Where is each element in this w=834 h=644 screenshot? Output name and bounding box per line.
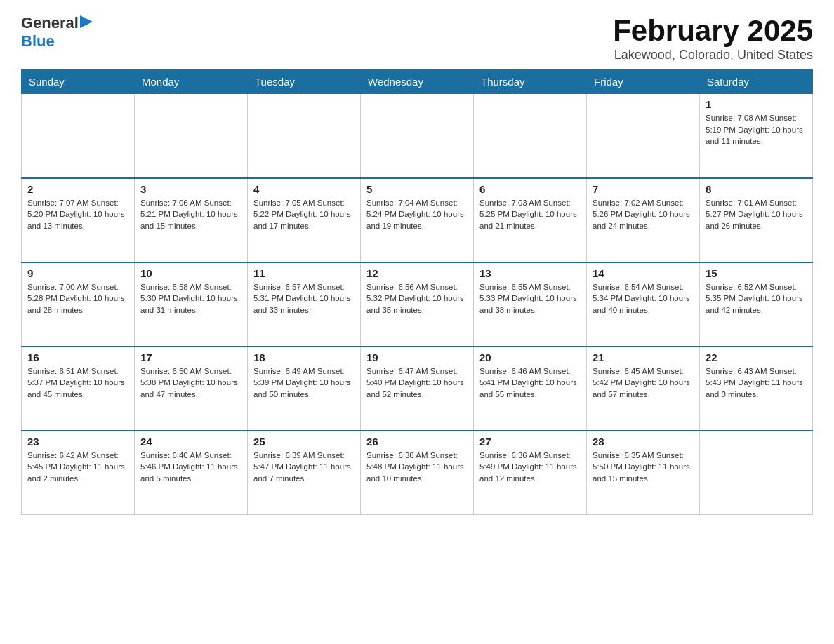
calendar-cell [22, 94, 135, 178]
logo-arrow-icon [80, 15, 93, 28]
calendar-cell [361, 94, 474, 178]
page-subtitle: Lakewood, Colorado, United States [613, 48, 813, 62]
calendar-week-row: 1Sunrise: 7:08 AM Sunset: 5:19 PM Daylig… [22, 94, 813, 178]
calendar-cell: 24Sunrise: 6:40 AM Sunset: 5:46 PM Dayli… [135, 431, 248, 515]
day-info: Sunrise: 6:40 AM Sunset: 5:46 PM Dayligh… [140, 450, 241, 485]
day-info: Sunrise: 7:06 AM Sunset: 5:21 PM Dayligh… [140, 197, 241, 232]
calendar-cell [587, 94, 700, 178]
calendar-cell [700, 431, 813, 515]
logo-general: General [21, 14, 79, 32]
calendar-cell: 22Sunrise: 6:43 AM Sunset: 5:43 PM Dayli… [700, 347, 813, 431]
calendar-header-friday: Friday [587, 70, 700, 94]
logo: General Blue [21, 14, 93, 51]
calendar-cell: 9Sunrise: 7:00 AM Sunset: 5:28 PM Daylig… [22, 262, 135, 347]
svg-marker-0 [80, 15, 93, 28]
calendar-cell: 12Sunrise: 6:56 AM Sunset: 5:32 PM Dayli… [361, 262, 474, 347]
day-number: 18 [253, 351, 355, 363]
day-number: 11 [253, 267, 355, 279]
calendar-header-row: SundayMondayTuesdayWednesdayThursdayFrid… [22, 70, 813, 94]
calendar-cell: 11Sunrise: 6:57 AM Sunset: 5:31 PM Dayli… [248, 262, 361, 347]
calendar-cell: 3Sunrise: 7:06 AM Sunset: 5:21 PM Daylig… [135, 178, 248, 262]
day-info: Sunrise: 7:04 AM Sunset: 5:24 PM Dayligh… [366, 197, 468, 232]
calendar-cell: 27Sunrise: 6:36 AM Sunset: 5:49 PM Dayli… [474, 431, 587, 515]
day-number: 16 [27, 351, 128, 363]
day-info: Sunrise: 6:54 AM Sunset: 5:34 PM Dayligh… [593, 281, 694, 316]
day-info: Sunrise: 6:47 AM Sunset: 5:40 PM Dayligh… [366, 365, 468, 401]
calendar-header-wednesday: Wednesday [361, 70, 474, 94]
calendar-cell: 18Sunrise: 6:49 AM Sunset: 5:39 PM Dayli… [248, 347, 361, 431]
calendar-cell: 21Sunrise: 6:45 AM Sunset: 5:42 PM Dayli… [587, 347, 700, 431]
day-info: Sunrise: 6:35 AM Sunset: 5:50 PM Dayligh… [593, 450, 694, 485]
day-number: 25 [253, 436, 355, 448]
calendar-cell: 4Sunrise: 7:05 AM Sunset: 5:22 PM Daylig… [248, 178, 361, 262]
day-number: 14 [593, 267, 694, 279]
day-number: 20 [479, 351, 581, 363]
day-number: 23 [27, 436, 128, 448]
day-info: Sunrise: 7:05 AM Sunset: 5:22 PM Dayligh… [253, 197, 355, 232]
calendar-cell [474, 94, 587, 178]
day-number: 6 [479, 183, 581, 195]
calendar-week-row: 9Sunrise: 7:00 AM Sunset: 5:28 PM Daylig… [22, 262, 813, 347]
day-info: Sunrise: 6:51 AM Sunset: 5:37 PM Dayligh… [27, 365, 128, 401]
day-number: 13 [479, 267, 581, 279]
day-info: Sunrise: 6:56 AM Sunset: 5:32 PM Dayligh… [366, 281, 468, 316]
calendar-week-row: 2Sunrise: 7:07 AM Sunset: 5:20 PM Daylig… [22, 178, 813, 262]
day-number: 21 [593, 351, 694, 363]
day-info: Sunrise: 7:08 AM Sunset: 5:19 PM Dayligh… [706, 112, 807, 147]
page-header: General Blue February 2025 Lakewood, Col… [21, 14, 813, 62]
day-number: 3 [140, 183, 241, 195]
day-number: 7 [593, 183, 694, 195]
calendar-week-row: 23Sunrise: 6:42 AM Sunset: 5:45 PM Dayli… [22, 431, 813, 515]
day-info: Sunrise: 6:39 AM Sunset: 5:47 PM Dayligh… [253, 450, 355, 485]
day-number: 19 [366, 351, 468, 363]
day-info: Sunrise: 6:45 AM Sunset: 5:42 PM Dayligh… [593, 365, 694, 401]
day-number: 27 [479, 436, 581, 448]
day-number: 12 [366, 267, 468, 279]
day-number: 5 [366, 183, 468, 195]
calendar-header-thursday: Thursday [474, 70, 587, 94]
day-info: Sunrise: 6:46 AM Sunset: 5:41 PM Dayligh… [479, 365, 581, 401]
calendar-cell: 14Sunrise: 6:54 AM Sunset: 5:34 PM Dayli… [587, 262, 700, 347]
calendar-header-saturday: Saturday [700, 70, 813, 94]
calendar-header-sunday: Sunday [22, 70, 135, 94]
logo-blue: Blue [21, 32, 55, 50]
calendar-cell: 6Sunrise: 7:03 AM Sunset: 5:25 PM Daylig… [474, 178, 587, 262]
day-number: 17 [140, 351, 241, 363]
day-info: Sunrise: 6:38 AM Sunset: 5:48 PM Dayligh… [366, 450, 468, 485]
calendar-header-tuesday: Tuesday [248, 70, 361, 94]
calendar-cell: 26Sunrise: 6:38 AM Sunset: 5:48 PM Dayli… [361, 431, 474, 515]
calendar-cell: 20Sunrise: 6:46 AM Sunset: 5:41 PM Dayli… [474, 347, 587, 431]
calendar-cell: 17Sunrise: 6:50 AM Sunset: 5:38 PM Dayli… [135, 347, 248, 431]
day-info: Sunrise: 6:50 AM Sunset: 5:38 PM Dayligh… [140, 365, 241, 401]
calendar-cell: 19Sunrise: 6:47 AM Sunset: 5:40 PM Dayli… [361, 347, 474, 431]
day-number: 1 [706, 98, 807, 110]
calendar-cell: 8Sunrise: 7:01 AM Sunset: 5:27 PM Daylig… [700, 178, 813, 262]
day-number: 28 [593, 436, 694, 448]
day-number: 26 [366, 436, 468, 448]
day-info: Sunrise: 6:57 AM Sunset: 5:31 PM Dayligh… [253, 281, 355, 316]
calendar-cell: 5Sunrise: 7:04 AM Sunset: 5:24 PM Daylig… [361, 178, 474, 262]
calendar-cell: 15Sunrise: 6:52 AM Sunset: 5:35 PM Dayli… [700, 262, 813, 347]
calendar-cell: 28Sunrise: 6:35 AM Sunset: 5:50 PM Dayli… [587, 431, 700, 515]
title-block: February 2025 Lakewood, Colorado, United… [613, 14, 813, 62]
page-title: February 2025 [613, 14, 813, 48]
day-number: 4 [253, 183, 355, 195]
calendar-cell [135, 94, 248, 178]
calendar-header-monday: Monday [135, 70, 248, 94]
calendar-cell: 10Sunrise: 6:58 AM Sunset: 5:30 PM Dayli… [135, 262, 248, 347]
day-info: Sunrise: 6:49 AM Sunset: 5:39 PM Dayligh… [253, 365, 355, 401]
calendar-cell: 16Sunrise: 6:51 AM Sunset: 5:37 PM Dayli… [22, 347, 135, 431]
day-info: Sunrise: 7:01 AM Sunset: 5:27 PM Dayligh… [706, 197, 807, 232]
calendar-cell: 13Sunrise: 6:55 AM Sunset: 5:33 PM Dayli… [474, 262, 587, 347]
calendar-cell: 23Sunrise: 6:42 AM Sunset: 5:45 PM Dayli… [22, 431, 135, 515]
day-info: Sunrise: 7:02 AM Sunset: 5:26 PM Dayligh… [593, 197, 694, 232]
day-number: 2 [27, 183, 128, 195]
calendar-table: SundayMondayTuesdayWednesdayThursdayFrid… [21, 69, 813, 515]
day-number: 22 [706, 351, 807, 363]
day-info: Sunrise: 6:55 AM Sunset: 5:33 PM Dayligh… [479, 281, 581, 316]
day-info: Sunrise: 6:42 AM Sunset: 5:45 PM Dayligh… [27, 450, 128, 485]
day-info: Sunrise: 6:36 AM Sunset: 5:49 PM Dayligh… [479, 450, 581, 485]
day-info: Sunrise: 7:07 AM Sunset: 5:20 PM Dayligh… [27, 197, 128, 232]
day-number: 10 [140, 267, 241, 279]
day-info: Sunrise: 7:03 AM Sunset: 5:25 PM Dayligh… [479, 197, 581, 232]
